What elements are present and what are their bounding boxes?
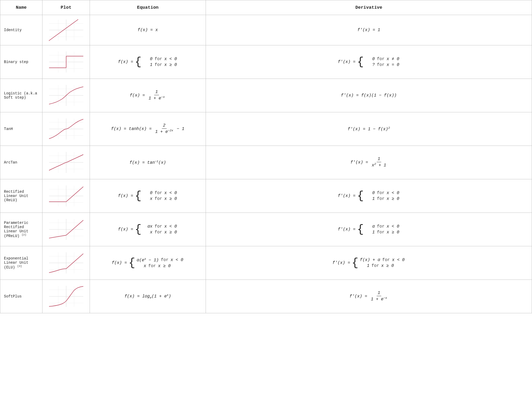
table-row: Logistic (a.k.a Soft step) f(x) = [0,79,532,112]
header-name: Name [0,0,42,15]
table-row: ArcTan f(x) = tan−1(x) [0,146,532,179]
main-table-container: Name Plot Equation Derivative Identity [0,0,532,313]
plot-tanh [42,112,90,146]
plot-identity [42,15,90,45]
name-prelu: Parameteric Rectified Linear Unit (PReLU… [0,213,42,246]
plot-elu [42,246,90,280]
svg-line-41 [66,187,83,202]
deriv-identity: f′(x) = 1 [206,15,532,45]
svg-line-56 [66,254,83,269]
name-relu: Rectified Linear Unit (ReLU) [0,179,42,213]
name-binary-step: Binary step [0,45,42,79]
plot-logistic [42,79,90,112]
activation-functions-table: Name Plot Equation Derivative Identity [0,0,532,313]
name-arctan: ArcTan [0,146,42,179]
table-row: Parameteric Rectified Linear Unit (PReLU… [0,213,532,246]
deriv-binary-step: f′(x) = { 0 for x ≠ 0 ? for x = 0 [206,45,532,79]
eq-tanh: f(x) = tanh(x) = 2 1 + e−2x − 1 [90,112,206,146]
name-tanh: TanH [0,112,42,146]
deriv-elu: f′(x) = { f(x) + α for x < 0 1 for [206,246,532,280]
deriv-prelu: f′(x) = { α for x < 0 1 for x ≥ 0 [206,213,532,246]
deriv-softplus: f′(x) = 1 1 + e−x [206,280,532,313]
deriv-arctan: f′(x) = 1 x2 + 1 [206,146,532,179]
plot-relu [42,179,90,213]
name-logistic: Logistic (a.k.a Soft step) [0,79,42,112]
plot-prelu [42,213,90,246]
name-identity: Identity [0,15,42,45]
eq-binary-step: f(x) = { 0 for x < 0 1 for x ≥ 0 [90,45,206,79]
plot-arctan [42,146,90,179]
name-elu: Exponential Linear Unit (ELU) [3] [0,246,42,280]
svg-line-48 [49,235,66,238]
table-row: Binary step [0,45,532,79]
header-equation: Equation [90,0,206,15]
svg-line-49 [66,220,83,235]
eq-relu: f(x) = { 0 for x < 0 x for x ≥ 0 [90,179,206,213]
eq-prelu: f(x) = { αx for x < 0 x for x ≥ 0 [90,213,206,246]
eq-identity: f(x) = x [90,15,206,45]
name-softplus: SoftPlus [0,280,42,313]
deriv-relu: f′(x) = { 0 for x < 0 1 for x ≥ 0 [206,179,532,213]
eq-elu: f(x) = { α(ex − 1) for x < 0 x for [90,246,206,280]
table-row: TanH f(x) = tanh(x) = [0,112,532,146]
deriv-tanh: f′(x) = 1 − f(x)2 [206,112,532,146]
eq-logistic: f(x) = 1 1 + e−x [90,79,206,112]
table-row: Exponential Linear Unit (ELU) [3] [0,246,532,280]
header-derivative: Derivative [206,0,532,15]
plot-softplus [42,280,90,313]
eq-softplus: f(x) = loge(1 + ex) [90,280,206,313]
table-row: Identity f(x) = x [0,15,532,45]
header-plot: Plot [42,0,90,15]
table-row: SoftPlus f(x) = loge(1 + ex) [0,280,532,313]
table-row: Rectified Linear Unit (ReLU) [0,179,532,213]
eq-arctan: f(x) = tan−1(x) [90,146,206,179]
deriv-logistic: f′(x) = f(x)(1 − f(x)) [206,79,532,112]
plot-binary-step [42,45,90,79]
